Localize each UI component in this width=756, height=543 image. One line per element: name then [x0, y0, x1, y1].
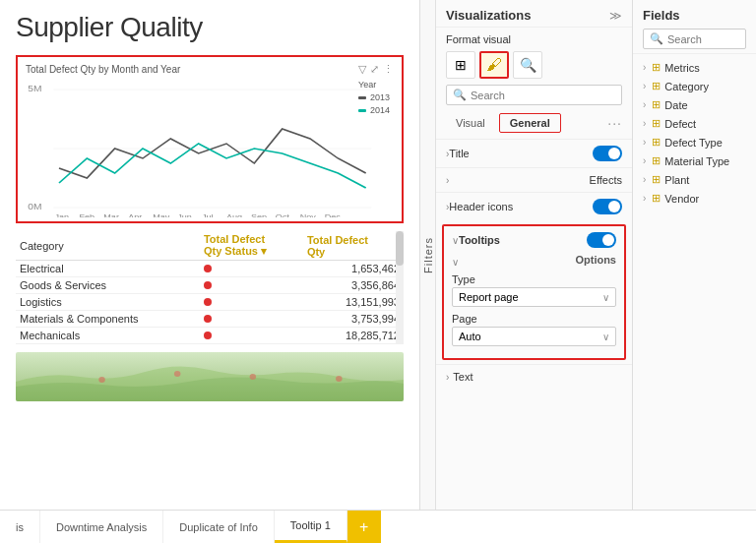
tooltips-chevron[interactable]: ∨: [452, 235, 459, 246]
report-canvas: Supplier Quality Total Defect Qty by Mon…: [0, 0, 420, 510]
field-vendor[interactable]: › ⊞ Vendor: [633, 189, 756, 208]
more-icon[interactable]: ⋮: [383, 63, 394, 76]
grid-icon-btn[interactable]: ⊞: [446, 51, 475, 79]
svg-point-19: [249, 374, 256, 380]
tab-duplicate-info-label: Duplicate of Info: [179, 521, 258, 533]
title-toggle[interactable]: [593, 146, 622, 161]
chart-legend: Year 2013 2014: [358, 80, 390, 118]
field-table-icon: ⊞: [652, 154, 661, 167]
add-icon: +: [359, 518, 368, 536]
analytics-icon: 🔍: [520, 57, 536, 73]
field-category[interactable]: › ⊞ Category: [633, 77, 756, 95]
filters-label[interactable]: Filters: [422, 237, 434, 273]
tab-downtime-analysis[interactable]: Downtime Analysis: [40, 511, 163, 543]
field-vendor-label: Vendor: [664, 193, 699, 205]
page-dropdown[interactable]: Auto ∨: [452, 327, 616, 346]
svg-text:Jun: Jun: [177, 212, 192, 217]
tab-duplicate-info[interactable]: Duplicate of Info: [163, 511, 275, 543]
options-chevron[interactable]: ∨: [452, 257, 459, 268]
section-text[interactable]: › Text: [436, 364, 632, 389]
field-defect-type[interactable]: › ⊞ Defect Type: [633, 133, 756, 151]
tab-tooltip1[interactable]: Tooltip 1: [275, 511, 347, 543]
fields-list: › ⊞ Metrics › ⊞ Category › ⊞ Date › ⊞ De…: [633, 54, 756, 510]
filters-strip[interactable]: Filters: [420, 0, 436, 510]
fields-search-input[interactable]: [667, 33, 739, 45]
expand-icon[interactable]: ⤢: [370, 63, 379, 76]
section-title-label: Title: [449, 148, 469, 159]
svg-text:Aug: Aug: [226, 212, 242, 217]
legend-title: Year: [358, 80, 390, 90]
cat-goods: Goods & Services: [16, 277, 200, 294]
field-date-label: Date: [664, 99, 687, 111]
map-area: [16, 352, 404, 401]
col-qty-status: Total DefectQty Status ▾: [200, 231, 303, 261]
field-expand-icon: ›: [643, 193, 646, 204]
chart-widget: Total Defect Qty by Month and Year ▽ ⤢ ⋮…: [16, 55, 404, 223]
type-dropdown-arrow: ∨: [602, 292, 609, 303]
page-label: Page: [452, 313, 616, 325]
page-dropdown-value: Auto: [459, 331, 481, 342]
effects-chevron[interactable]: ›: [446, 175, 449, 186]
paint-icon-btn[interactable]: 🖌: [479, 51, 509, 79]
viz-search-box[interactable]: 🔍: [446, 85, 622, 105]
tab-visual[interactable]: Visual: [446, 114, 495, 132]
status-goods: [200, 277, 303, 294]
svg-point-20: [336, 376, 343, 382]
type-dropdown-value: Report page: [459, 291, 519, 303]
field-metrics[interactable]: › ⊞ Metrics: [633, 58, 756, 77]
viz-expand-icon[interactable]: ≫: [609, 9, 622, 23]
header-icons-toggle[interactable]: [593, 199, 622, 214]
svg-point-18: [174, 371, 181, 377]
tooltips-toggle[interactable]: [587, 232, 616, 248]
fields-title: Fields: [643, 8, 746, 23]
field-expand-icon: ›: [643, 81, 646, 91]
fields-panel: Fields 🔍 › ⊞ Metrics › ⊞ Category › ⊞ Da…: [633, 0, 756, 510]
col-category: Category: [16, 231, 200, 261]
svg-text:Sep: Sep: [251, 212, 267, 217]
tab-is[interactable]: is: [0, 511, 40, 543]
svg-text:Apr: Apr: [128, 212, 142, 217]
field-date[interactable]: › ⊞ Date: [633, 95, 756, 114]
field-table-icon: ⊞: [652, 136, 661, 149]
tab-add-button[interactable]: +: [347, 511, 381, 543]
tab-tooltip1-label: Tooltip 1: [290, 519, 331, 531]
section-effects-label: Effects: [590, 174, 622, 186]
type-label: Type: [452, 273, 616, 285]
field-expand-icon: ›: [643, 174, 646, 185]
field-metrics-label: Metrics: [664, 62, 699, 74]
field-table-icon: ⊞: [652, 173, 661, 186]
status-electrical: [200, 261, 303, 277]
section-title: › Title: [436, 139, 632, 167]
section-tooltips: ∨ Tooltips ∨ Options Type Report page ∨: [442, 224, 626, 360]
tab-more-icon[interactable]: ···: [607, 115, 622, 131]
qty-logistics: 13,151,993: [303, 294, 404, 311]
field-expand-icon: ›: [643, 118, 646, 129]
viz-search-icon: 🔍: [453, 89, 467, 101]
cat-mechanicals: Mechanicals: [16, 328, 200, 344]
status-materials: [200, 311, 303, 328]
type-dropdown[interactable]: Report page ∨: [452, 287, 616, 307]
field-plant[interactable]: › ⊞ Plant: [633, 170, 756, 189]
field-plant-label: Plant: [664, 174, 689, 186]
field-expand-icon: ›: [643, 62, 646, 73]
field-material-type[interactable]: › ⊞ Material Type: [633, 151, 756, 170]
fields-search-box[interactable]: 🔍: [643, 29, 746, 49]
field-expand-icon: ›: [643, 137, 646, 148]
analytics-icon-btn[interactable]: 🔍: [513, 51, 542, 79]
table-row: Materials & Components 3,753,994: [16, 311, 404, 328]
field-defect[interactable]: › ⊞ Defect: [633, 114, 756, 133]
filter-icon[interactable]: ▽: [358, 63, 366, 76]
paint-icon: 🖌: [486, 56, 502, 74]
table-row: Mechanicals 18,285,712: [16, 328, 404, 344]
tab-is-label: is: [16, 521, 24, 533]
section-header-icons: › Header icons: [436, 192, 632, 220]
field-defect-type-label: Defect Type: [664, 137, 723, 149]
format-visual-label: Format visual: [436, 28, 632, 49]
tab-general[interactable]: General: [499, 113, 561, 133]
table-row: Electrical 1,653,462: [16, 261, 404, 277]
qty-electrical: 1,653,462: [303, 261, 404, 277]
viz-search-input[interactable]: [471, 90, 615, 101]
section-effects: › Effects: [436, 167, 632, 192]
svg-text:May: May: [153, 212, 170, 217]
text-chevron[interactable]: ›: [446, 372, 449, 383]
